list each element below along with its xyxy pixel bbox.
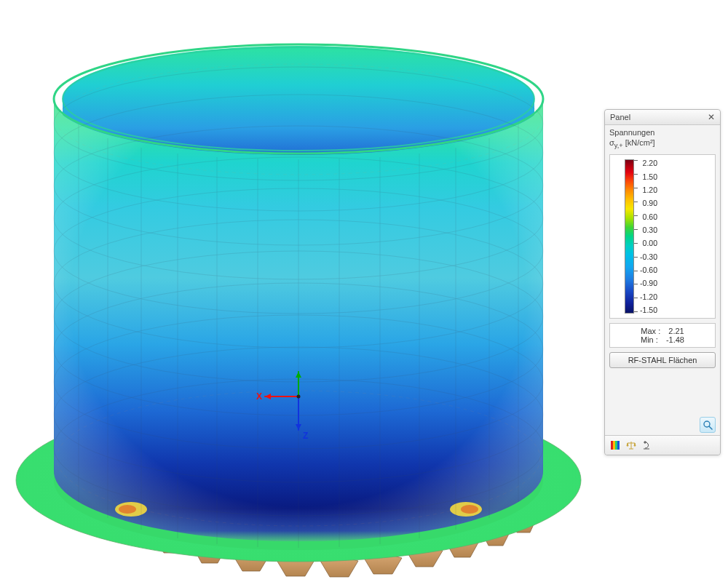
- module-button[interactable]: RF-STAHL Flächen: [609, 352, 716, 368]
- svg-rect-48: [615, 441, 617, 450]
- microscope-icon[interactable]: [641, 439, 653, 451]
- balance-icon[interactable]: [625, 439, 637, 451]
- results-panel[interactable]: Panel ✕ Spannungen σy,+ [kN/cm²]: [604, 109, 721, 455]
- svg-point-43: [297, 395, 301, 399]
- svg-rect-49: [617, 441, 620, 450]
- axis-label-z: Z: [303, 431, 308, 441]
- legend-labels: 2.20 1.50 1.20 0.90 0.60 0.30 0.00 -0.30…: [638, 159, 657, 314]
- zoom-icon[interactable]: [700, 417, 716, 433]
- panel-footer: [605, 435, 720, 455]
- panel-titlebar[interactable]: Panel ✕: [605, 110, 720, 125]
- legend-icon[interactable]: [609, 439, 621, 451]
- svg-line-45: [709, 426, 712, 429]
- panel-title: Panel: [610, 113, 630, 121]
- close-icon[interactable]: ✕: [706, 113, 716, 121]
- axis-label-x: X: [256, 391, 262, 402]
- result-stats: Max : 2.21 Min : -1.48: [609, 323, 716, 348]
- svg-point-6: [119, 505, 136, 514]
- svg-rect-47: [613, 441, 615, 450]
- color-legend: 2.20 1.50 1.20 0.90 0.60 0.30 0.00 -0.30…: [609, 154, 716, 319]
- fem-model-view[interactable]: X Z: [0, 0, 597, 582]
- svg-point-54: [644, 442, 646, 443]
- color-bar: [625, 159, 634, 314]
- svg-rect-46: [611, 441, 613, 450]
- result-name: Spannungen σy,+ [kN/cm²]: [609, 128, 716, 150]
